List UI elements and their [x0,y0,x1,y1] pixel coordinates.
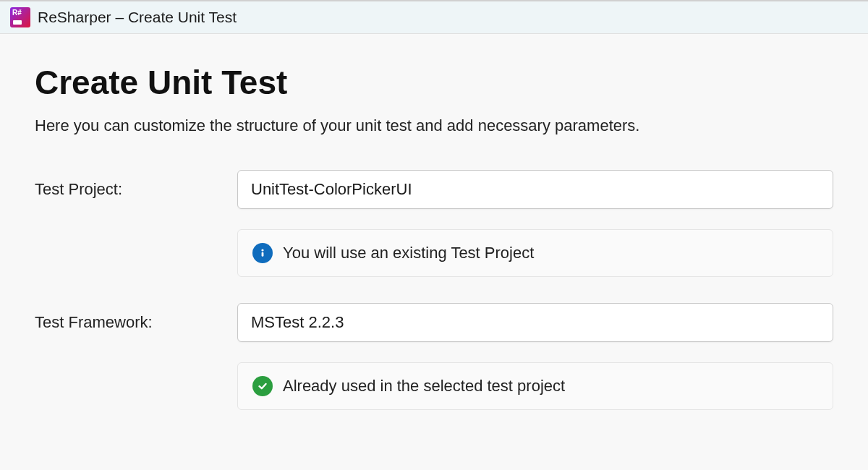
test-project-field-wrap: UnitTest-ColorPickerUI [237,170,833,209]
info-icon [252,243,273,263]
app-icon-label: R# [12,9,22,17]
svg-point-0 [261,249,263,251]
page-heading: Create Unit Test [35,63,833,102]
checkmark-icon [252,376,273,396]
test-framework-info-row: Already used in the selected test projec… [237,362,833,410]
page-subheading: Here you can customize the structure of … [35,116,833,135]
app-icon-decoration [13,20,22,25]
test-project-value: UnitTest-ColorPickerUI [251,180,412,199]
dialog-content: Create Unit Test Here you can customize … [0,34,868,410]
test-project-label: Test Project: [35,180,237,199]
test-project-info-box: You will use an existing Test Project [237,229,833,277]
svg-rect-1 [262,252,264,257]
test-project-select[interactable]: UnitTest-ColorPickerUI [237,170,833,209]
test-framework-info-text: Already used in the selected test projec… [283,377,565,396]
window-title: ReSharper – Create Unit Test [38,9,237,26]
test-framework-value: MSTest 2.2.3 [251,313,344,332]
test-project-row: Test Project: UnitTest-ColorPickerUI [35,170,833,209]
test-framework-select[interactable]: MSTest 2.2.3 [237,303,833,342]
test-project-info-row: You will use an existing Test Project [237,229,833,277]
test-project-info-text: You will use an existing Test Project [283,244,534,262]
test-framework-label: Test Framework: [35,313,237,332]
resharper-icon: R# [10,7,30,27]
test-framework-row: Test Framework: MSTest 2.2.3 [35,303,833,342]
test-framework-field-wrap: MSTest 2.2.3 [237,303,833,342]
titlebar: R# ReSharper – Create Unit Test [0,0,868,34]
test-framework-info-box: Already used in the selected test projec… [237,362,833,410]
